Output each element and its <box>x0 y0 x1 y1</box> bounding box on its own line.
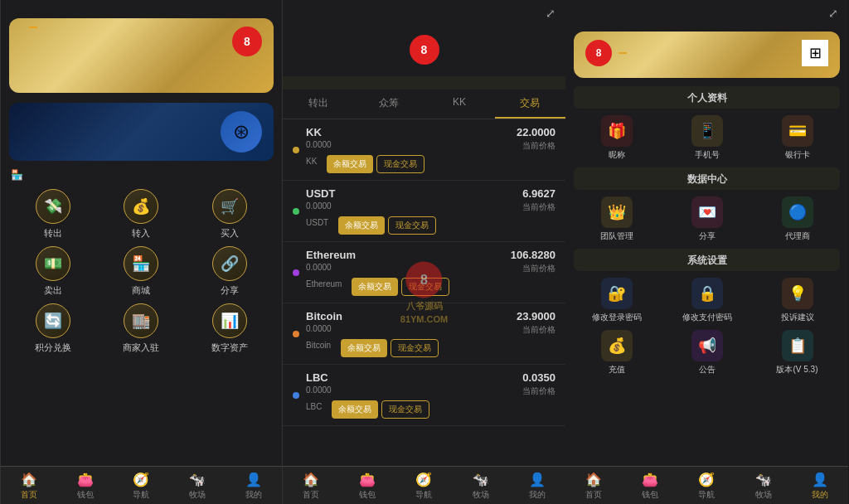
nav-item-首页[interactable]: 🏠 首页 <box>303 472 319 501</box>
menu-item-买入[interactable]: 🛒 买入 <box>189 189 270 240</box>
btn-cash-trade-1[interactable]: 现金交易 <box>388 216 436 235</box>
menu-item-分享[interactable]: 🔗 分享 <box>189 246 270 297</box>
asset-buttons-3: Bitcoin 余额交易 现金交易 <box>306 339 555 357</box>
profile-icon-2-0: 🔐 <box>601 278 633 309</box>
tab-众筹[interactable]: 众筹 <box>353 90 424 119</box>
asset-info-3: Bitcoin 23.9000 0.0000 当前价格 Bitcoin 余额交易… <box>306 310 555 357</box>
menu-item-卖出[interactable]: 💵 卖出 <box>12 246 94 297</box>
asset-name-row-0: KK 22.0000 <box>306 126 555 138</box>
asset-info-4: LBC 0.0350 0.0000 当前价格 LBC 余额交易 现金交易 <box>306 371 555 419</box>
btn-cash-trade-0[interactable]: 现金交易 <box>376 155 424 173</box>
nav-item-钱包[interactable]: 👛 钱包 <box>642 472 658 501</box>
asset-item-LBC: LBC 0.0350 0.0000 当前价格 LBC 余额交易 现金交易 <box>283 365 565 426</box>
profile-icon-2-1: 🔒 <box>691 278 723 309</box>
profile-item-修改支付密码[interactable]: 🔒 修改支付密码 <box>664 278 750 323</box>
nav-icon-3: 🐄 <box>473 472 489 487</box>
profile-icon-symbol-0-2: 💳 <box>788 122 807 140</box>
btn-cash-trade-4[interactable]: 现金交易 <box>381 400 429 419</box>
nav-item-导航[interactable]: 🧭 导航 <box>415 472 432 501</box>
profile-icon-symbol-2-1: 🔒 <box>698 284 716 303</box>
panel3-card: 8 ⊞ <box>574 32 840 78</box>
profile-item-修改登录密码[interactable]: 🔐 修改登录密码 <box>574 278 659 323</box>
panel1-bottom-nav: 🏠 首页 👛 钱包 🧭 导航 🐄 牧场 👤 我的 <box>1 466 282 504</box>
profile-label-2-1: 修改支付密码 <box>682 312 732 323</box>
profile-label-0-0: 昵称 <box>609 149 625 161</box>
profile-icon-1-2: 🔵 <box>782 196 813 228</box>
asset-info-0: KK 22.0000 0.0000 当前价格 KK 余额交易 现金交易 <box>306 126 555 173</box>
menu-label-3: 卖出 <box>44 284 62 297</box>
tab-转出[interactable]: 转出 <box>283 90 353 119</box>
tab-KK[interactable]: KK <box>424 90 495 119</box>
menu-label-5: 分享 <box>221 284 239 297</box>
menu-item-商城[interactable]: 🏪 商城 <box>100 246 182 297</box>
profile-item-版本(V 5.3)[interactable]: 📋 版本(V 5.3) <box>754 330 840 376</box>
panel2-expand-icon[interactable]: ⤢ <box>546 7 555 20</box>
nav-label-2: 导航 <box>698 489 715 501</box>
nav-label-1: 钱包 <box>359 489 376 501</box>
card-logo: 8 <box>232 27 262 56</box>
nav-item-我的[interactable]: 👤 我的 <box>529 472 546 501</box>
nav-item-我的[interactable]: 👤 我的 <box>812 472 828 501</box>
profile-item-手机号[interactable]: 📱 手机号 <box>664 115 750 161</box>
asset-buttons-4: LBC 余额交易 现金交易 <box>306 400 555 419</box>
nav-item-牧场[interactable]: 🐄 牧场 <box>189 472 206 501</box>
nav-item-首页[interactable]: 🏠 首页 <box>21 472 37 501</box>
btn-balance-trade-0[interactable]: 余额交易 <box>327 155 373 173</box>
asset-sub-row-3: 0.0000 当前价格 <box>306 324 555 336</box>
panel3-content: 个人资料 🎁 昵称 📱 手机号 💳 银行卡 数据中心 👑 团队管理 💌 <box>565 83 848 466</box>
vip-badge <box>29 27 37 28</box>
profile-item-团队管理[interactable]: 👑 团队管理 <box>574 196 659 242</box>
profile-item-投诉建议[interactable]: 💡 投诉建议 <box>754 278 840 323</box>
profile-icon-symbol-3-1: 📢 <box>698 337 716 355</box>
btn-balance-trade-3[interactable]: 余额交易 <box>341 339 387 357</box>
asset-name-3: Bitcoin <box>306 310 342 322</box>
nav-item-导航[interactable]: 🧭 导航 <box>133 472 149 501</box>
nav-icon-3: 🐄 <box>755 472 772 487</box>
btn-cash-trade-3[interactable]: 现金交易 <box>391 339 439 357</box>
nav-item-首页[interactable]: 🏠 首页 <box>585 472 602 501</box>
menu-item-转入[interactable]: 💰 转入 <box>100 189 182 240</box>
panel3-expand-icon[interactable]: ⤢ <box>828 7 838 20</box>
asset-info-2: Ethereum 106.8280 0.0000 当前价格 Ethereum 余… <box>306 249 555 296</box>
asset-sub-row-0: 0.0000 当前价格 <box>306 140 555 152</box>
nav-item-导航[interactable]: 🧭 导航 <box>698 472 715 501</box>
btn-cash-trade-2[interactable]: 现金交易 <box>401 278 449 296</box>
menu-item-积分兑换[interactable]: 🔄 积分兑换 <box>12 303 94 354</box>
nav-item-钱包[interactable]: 👛 钱包 <box>77 472 94 501</box>
nav-icon-1: 👛 <box>642 472 658 487</box>
asset-name-row-3: Bitcoin 23.9000 <box>306 310 555 322</box>
nav-item-钱包[interactable]: 👛 钱包 <box>359 472 376 501</box>
btn-balance-trade-1[interactable]: 余额交易 <box>338 216 385 235</box>
profile-icon-1-0: 👑 <box>601 196 633 228</box>
profile-item-昵称[interactable]: 🎁 昵称 <box>574 115 659 161</box>
nav-item-牧场[interactable]: 🐄 牧场 <box>473 472 489 501</box>
profile-grid-1: 👑 团队管理 💌 分享 🔵 代理商 <box>565 193 848 245</box>
menu-item-商家入驻[interactable]: 🏬 商家入驻 <box>100 303 182 354</box>
menu-icon-0: 💸 <box>36 189 70 224</box>
profile-item-公告[interactable]: 📢 公告 <box>664 330 750 376</box>
menu-item-转出[interactable]: 💸 转出 <box>12 189 94 240</box>
btn-balance-trade-4[interactable]: 余额交易 <box>332 400 378 419</box>
asset-item-KK: KK 22.0000 0.0000 当前价格 KK 余额交易 现金交易 <box>283 119 565 181</box>
card-top: 8 <box>21 27 262 56</box>
profile-item-充值[interactable]: 💰 充值 <box>574 330 659 376</box>
asset-dot-2 <box>293 269 299 276</box>
asset-price-4: 0.0350 <box>522 371 555 384</box>
nav-item-牧场[interactable]: 🐄 牧场 <box>755 472 772 501</box>
asset-price-2: 106.8280 <box>511 249 555 261</box>
profile-icon-symbol-1-1: 💌 <box>698 203 716 221</box>
nav-item-我的[interactable]: 👤 我的 <box>245 472 262 501</box>
asset-sub-name-0: KK <box>306 157 317 173</box>
menu-item-数字资产[interactable]: 📊 数字资产 <box>189 303 270 354</box>
asset-buttons-2: Ethereum 余额交易 现金交易 <box>306 278 555 296</box>
profile-item-代理商[interactable]: 🔵 代理商 <box>754 196 840 242</box>
profile-label-3-2: 版本(V 5.3) <box>776 364 817 376</box>
asset-price-0: 22.0000 <box>517 126 555 138</box>
tab-交易[interactable]: 交易 <box>495 90 565 119</box>
btn-balance-trade-2[interactable]: 余额交易 <box>352 278 398 296</box>
profile-item-银行卡[interactable]: 💳 银行卡 <box>754 115 840 161</box>
profile-item-分享[interactable]: 💌 分享 <box>664 196 750 242</box>
profile-label-1-1: 分享 <box>699 230 716 242</box>
profile-label-2-2: 投诉建议 <box>781 312 814 323</box>
asset-sub-row-2: 0.0000 当前价格 <box>306 263 555 274</box>
